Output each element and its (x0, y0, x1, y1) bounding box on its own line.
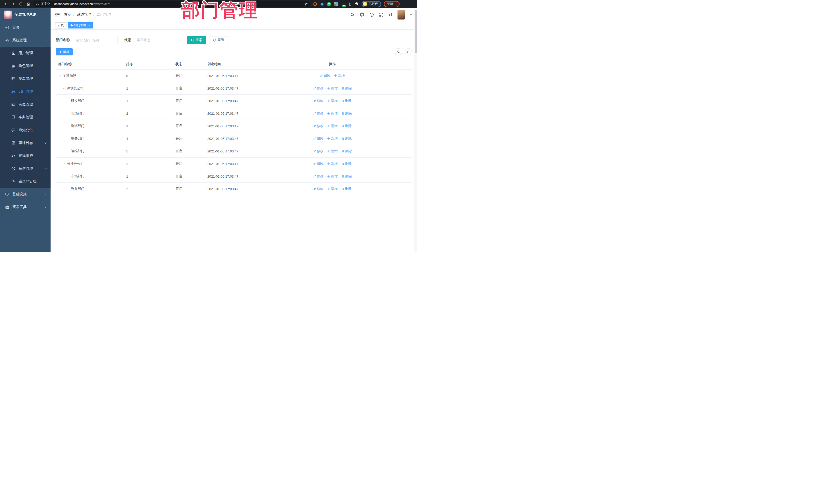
dept-name-cell: 市场部门 (71, 111, 84, 116)
fullscreen-icon[interactable] (379, 13, 383, 17)
modify-link[interactable]: 修改 (313, 187, 324, 191)
bookmark-star-icon[interactable] (304, 2, 308, 6)
browser-back-icon[interactable] (4, 2, 8, 6)
address-divider (52, 2, 52, 6)
sort-cell: 4 (124, 132, 173, 145)
header-search-icon[interactable] (350, 13, 355, 17)
tag-close-icon[interactable]: × (88, 24, 90, 27)
extension-blue-icon[interactable] (320, 2, 324, 6)
tree-expand-icon[interactable] (58, 74, 62, 77)
sidebar-item-departments[interactable]: 部门管理 (0, 85, 50, 98)
sidebar-item-posts[interactable]: 岗位管理 (0, 98, 50, 111)
modify-link[interactable]: 修改 (313, 124, 324, 128)
extension-switchyomega-icon[interactable]: on (341, 2, 345, 6)
sidebar-item-dictionary[interactable]: 字典管理 (0, 111, 50, 124)
browser-menu-kebab-icon[interactable] (396, 2, 396, 6)
browser-profile-button[interactable]: 已暂停 (361, 1, 381, 7)
delete-link[interactable]: 删除 (341, 136, 352, 141)
delete-link[interactable]: 删除 (341, 124, 352, 128)
sidebar-item-infrastructure[interactable]: 基础设施 (0, 188, 50, 201)
refresh-table-button[interactable] (405, 48, 412, 56)
delete-link[interactable]: 删除 (341, 161, 352, 166)
delete-link[interactable]: 删除 (341, 111, 352, 116)
tag-home[interactable]: 首页 (55, 22, 66, 28)
col-created: 创建时间 (205, 59, 253, 69)
extension-grid-icon[interactable] (334, 2, 338, 6)
sidebar-item-audit-log[interactable]: 审计日志 (0, 136, 50, 149)
extension-orange-icon[interactable] (313, 2, 317, 6)
dept-name-input[interactable] (73, 36, 118, 44)
add-child-link[interactable]: 新增 (327, 136, 338, 141)
tree-expand-icon[interactable] (62, 87, 66, 90)
breadcrumb-system[interactable]: 系统管理 (77, 12, 91, 17)
sidebar-item-announcements[interactable]: 通知公告 (0, 124, 50, 136)
add-child-link[interactable]: 新增 (327, 86, 338, 91)
add-child-link[interactable]: 新增 (334, 73, 345, 78)
sidebar-item-error-codes[interactable]: 错误码管理 (0, 175, 50, 188)
modify-link[interactable]: 修改 (313, 161, 324, 166)
add-child-link[interactable]: 新增 (327, 98, 338, 103)
online-user-icon (11, 154, 15, 158)
modify-link[interactable]: 修改 (313, 86, 324, 91)
sidebar-item-online-users[interactable]: 在线用户 (0, 149, 50, 162)
sidebar-toggle-icon[interactable] (55, 13, 60, 17)
add-child-link[interactable]: 新增 (327, 124, 338, 128)
breadcrumb-home[interactable]: 首页 (64, 12, 71, 17)
sidebar-item-system[interactable]: 系统管理 (0, 34, 50, 47)
sidebar-item-menus[interactable]: 菜单管理 (0, 72, 50, 85)
reset-button[interactable]: 重置 (209, 36, 228, 44)
modify-link[interactable]: 修改 (313, 149, 324, 153)
breadcrumb-current: 部门管理 (97, 12, 111, 17)
extensions-row: V on 已暂停 更新 (312, 1, 400, 7)
modify-link[interactable]: 修改 (313, 98, 324, 103)
delete-link[interactable]: 删除 (341, 149, 352, 153)
add-button[interactable]: 新增 (56, 48, 73, 56)
scrollbar-thumb[interactable] (415, 10, 417, 53)
extensions-puzzle-icon[interactable] (355, 2, 359, 6)
toggle-search-button[interactable] (395, 48, 402, 56)
extension-vue-devtools-icon[interactable]: V (327, 2, 331, 6)
add-child-link[interactable]: 新增 (327, 187, 338, 191)
modify-link[interactable]: 修改 (313, 174, 324, 179)
browser-forward-icon[interactable] (11, 2, 15, 6)
browser-update-button[interactable]: 更新 (384, 1, 399, 7)
delete-link[interactable]: 删除 (341, 174, 352, 179)
add-child-link[interactable]: 新增 (327, 161, 338, 166)
sidebar-item-users[interactable]: 用户管理 (0, 47, 50, 60)
browser-home-icon[interactable] (26, 2, 30, 6)
modify-link[interactable]: 修改 (320, 73, 331, 78)
tree-expand-icon[interactable] (62, 162, 66, 165)
status-select[interactable]: 菜单状态 (134, 36, 184, 44)
modify-link[interactable]: 修改 (313, 136, 324, 141)
created-time-cell: 2021-01-05 17:03:47 (205, 82, 253, 95)
delete-link[interactable]: 删除 (341, 98, 352, 103)
user-avatar[interactable] (397, 10, 405, 20)
add-child-link[interactable]: 新增 (327, 149, 338, 153)
sidebar-item-dev-tools[interactable]: 研发工具 (0, 201, 50, 214)
modify-link[interactable]: 修改 (313, 111, 324, 116)
app-logo-row[interactable]: 芋道管理系统 (0, 8, 50, 21)
add-child-link[interactable]: 新增 (327, 174, 338, 179)
system-submenu: 用户管理 角色管理 菜单管理 部门管理 (0, 47, 50, 188)
delete-link[interactable]: 删除 (341, 86, 352, 91)
font-size-icon[interactable]: TT (389, 12, 392, 17)
sidebar-item-sms[interactable]: 短信管理 (0, 162, 50, 175)
profile-label: 已暂停 (369, 2, 378, 6)
breadcrumb: 首页 / 系统管理 / 部门管理 (64, 12, 111, 17)
add-child-link[interactable]: 新增 (327, 111, 338, 116)
avatar-caret-icon[interactable] (410, 14, 412, 15)
browser-reload-icon[interactable] (19, 2, 23, 6)
help-icon[interactable] (370, 13, 374, 17)
gear-icon (5, 38, 9, 42)
tag-departments[interactable]: 部门管理 × (68, 22, 93, 28)
sidebar-item-home[interactable]: 首页 (0, 21, 50, 34)
github-icon[interactable] (360, 12, 365, 17)
select-chevron-down-icon (178, 39, 181, 42)
search-button[interactable]: 搜索 (187, 36, 206, 44)
table-row: 深圳总公司 1 开启 2021-01-05 17:03:47 修改 新增 删除 (56, 82, 412, 95)
delete-link[interactable]: 删除 (341, 187, 352, 191)
extension-green-figure-icon[interactable] (348, 2, 352, 6)
app-title: 芋道管理系统 (15, 12, 36, 17)
address-bar[interactable]: 不安全 dashboard.yudao.iocoder.cn/system/de… (34, 1, 310, 7)
sidebar-item-roles[interactable]: 角色管理 (0, 60, 50, 72)
